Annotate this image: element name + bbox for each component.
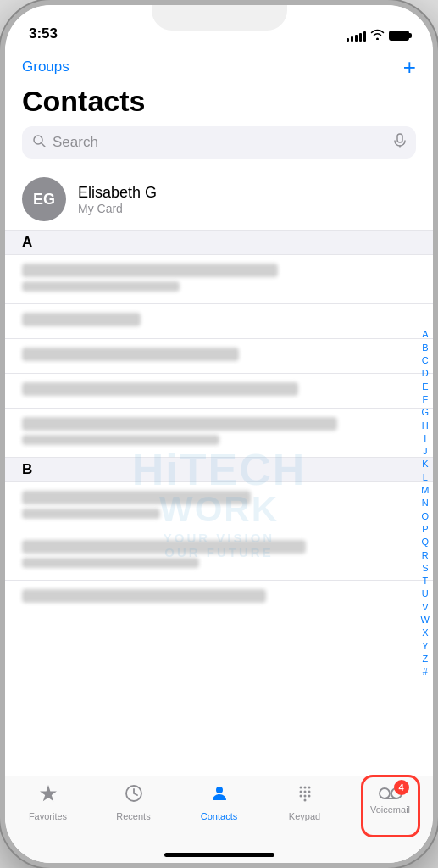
tab-favorites-label: Favorites <box>29 811 67 821</box>
favorites-icon <box>38 783 58 809</box>
voicemail-icon-wrap: 4 <box>379 783 402 802</box>
tab-recents[interactable]: Recents <box>91 783 176 821</box>
phone-frame: 3:53 <box>0 0 438 868</box>
status-icons <box>347 29 409 42</box>
signal-icon <box>347 30 366 42</box>
voicemail-badge: 4 <box>394 780 409 795</box>
my-card-subtitle: My Card <box>78 202 157 215</box>
tab-recents-label: Recents <box>116 811 150 821</box>
list-item[interactable] <box>5 304 433 339</box>
alphabet-index[interactable]: A B C D E F G H I J K L M N O P Q <box>421 231 430 776</box>
alpha-y[interactable]: Y <box>422 640 428 652</box>
list-item[interactable] <box>5 581 433 615</box>
tab-favorites[interactable]: Favorites <box>5 783 91 821</box>
groups-button[interactable]: Groups <box>22 58 69 75</box>
alpha-z[interactable]: Z <box>422 653 428 665</box>
tab-voicemail[interactable]: 4 Voicemail <box>347 783 433 815</box>
tab-bar: Favorites Recents <box>5 776 433 846</box>
tab-contacts-label: Contacts <box>201 811 237 821</box>
svg-point-7 <box>303 787 306 789</box>
list-item[interactable] <box>5 339 433 374</box>
alpha-p[interactable]: P <box>422 523 428 535</box>
tab-keypad[interactable]: Keypad <box>262 783 347 821</box>
avatar: EG <box>22 177 66 221</box>
home-indicator <box>5 846 433 863</box>
battery-icon <box>389 31 409 41</box>
search-placeholder: Search <box>53 134 387 151</box>
svg-point-8 <box>308 787 310 789</box>
list-item[interactable] <box>5 531 433 581</box>
search-bar[interactable]: Search <box>22 126 416 159</box>
alpha-l[interactable]: L <box>423 471 428 483</box>
alpha-d[interactable]: D <box>422 367 429 379</box>
recents-icon <box>124 783 144 809</box>
section-header-a: A <box>5 231 433 255</box>
contacts-icon <box>209 783 230 809</box>
list-item[interactable] <box>5 374 433 409</box>
svg-point-11 <box>308 791 310 793</box>
app-content: Groups + Contacts Search <box>5 47 433 863</box>
svg-point-12 <box>299 795 302 798</box>
list-item[interactable] <box>5 482 433 531</box>
alpha-w[interactable]: W <box>421 614 430 626</box>
nav-row: Groups + <box>22 51 416 83</box>
alpha-o[interactable]: O <box>422 510 430 522</box>
svg-point-5 <box>216 787 223 793</box>
alpha-n[interactable]: N <box>422 497 429 509</box>
alpha-k[interactable]: K <box>422 458 428 470</box>
contact-list: HiTECH WORK YOUR VISIONOUR FUTURE A <box>5 231 433 776</box>
alpha-e[interactable]: E <box>422 381 428 392</box>
alpha-j[interactable]: J <box>423 445 428 457</box>
alpha-s[interactable]: S <box>422 562 428 574</box>
svg-point-15 <box>303 799 306 802</box>
tab-contacts[interactable]: Contacts <box>176 783 262 821</box>
svg-point-6 <box>299 787 302 789</box>
svg-point-14 <box>308 795 310 798</box>
alpha-t[interactable]: T <box>422 575 428 587</box>
tab-voicemail-label: Voicemail <box>370 804 410 815</box>
wifi-icon <box>370 29 385 42</box>
keypad-icon <box>295 783 315 809</box>
svg-point-9 <box>299 791 302 793</box>
svg-rect-2 <box>397 134 402 142</box>
home-bar <box>164 853 274 857</box>
alpha-m[interactable]: M <box>421 484 429 496</box>
alpha-q[interactable]: Q <box>422 536 430 548</box>
alpha-a[interactable]: A <box>422 328 428 340</box>
svg-point-16 <box>380 788 390 798</box>
status-time: 3:53 <box>29 25 58 42</box>
add-contact-button[interactable]: + <box>403 56 416 78</box>
page-title: Contacts <box>22 83 416 126</box>
mic-icon <box>394 133 406 152</box>
my-card[interactable]: EG Elisabeth G My Card <box>5 169 433 231</box>
tab-keypad-label: Keypad <box>289 811 320 821</box>
alpha-h[interactable]: H <box>422 420 429 431</box>
alpha-g[interactable]: G <box>422 406 430 418</box>
svg-point-10 <box>303 791 306 793</box>
alpha-b[interactable]: B <box>422 342 428 353</box>
alpha-f[interactable]: F <box>422 393 428 405</box>
alpha-r[interactable]: R <box>422 549 429 561</box>
notch <box>152 5 287 31</box>
alpha-i[interactable]: I <box>424 432 426 444</box>
alpha-x[interactable]: X <box>422 626 428 638</box>
alpha-v[interactable]: V <box>422 601 428 613</box>
list-item[interactable] <box>5 409 433 458</box>
svg-line-1 <box>42 143 45 147</box>
alpha-u[interactable]: U <box>422 587 429 599</box>
section-header-b: B <box>5 458 433 482</box>
my-card-name: Elisabeth G <box>78 184 157 202</box>
search-icon <box>32 134 46 151</box>
alpha-c[interactable]: C <box>422 354 429 366</box>
phone-screen: 3:53 <box>5 5 433 863</box>
my-card-info: Elisabeth G My Card <box>78 184 157 215</box>
svg-point-13 <box>303 795 306 798</box>
app-header: Groups + Contacts <box>5 47 433 126</box>
alpha-hash[interactable]: # <box>423 665 428 677</box>
list-item[interactable] <box>5 255 433 304</box>
